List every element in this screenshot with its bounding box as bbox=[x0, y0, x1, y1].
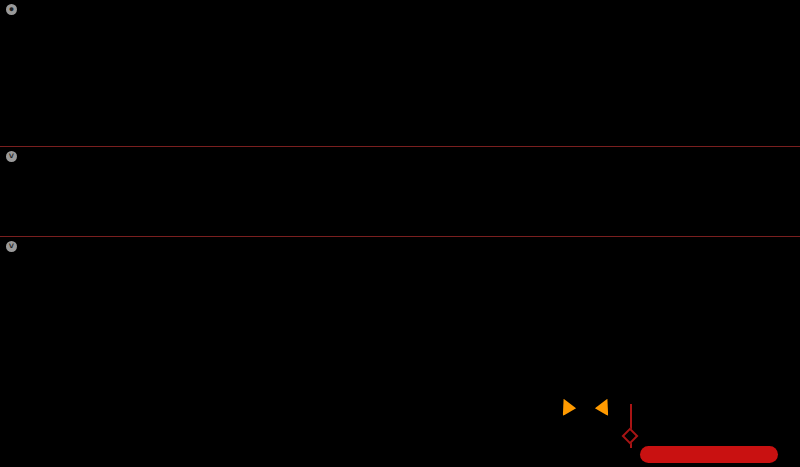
watermark-logo bbox=[540, 392, 800, 467]
header-row-info bbox=[2, 13, 8, 26]
panel-divider-main-macd[interactable] bbox=[0, 146, 800, 147]
macd-panel-header: ˅ bbox=[2, 148, 39, 161]
bull-horn-left-icon bbox=[558, 396, 577, 416]
trading-app-window: ● ˅ ˅ bbox=[0, 0, 800, 467]
collapse-chevron-icon[interactable]: ˅ bbox=[6, 241, 17, 252]
bull-horn-right-icon bbox=[594, 396, 613, 416]
panel-divider-macd-sub[interactable] bbox=[0, 236, 800, 237]
diamond-icon bbox=[622, 428, 639, 445]
sub-panel-header: ˅ bbox=[2, 238, 27, 251]
collapse-chevron-icon[interactable]: ˅ bbox=[6, 151, 17, 162]
site-url-badge bbox=[640, 446, 778, 463]
